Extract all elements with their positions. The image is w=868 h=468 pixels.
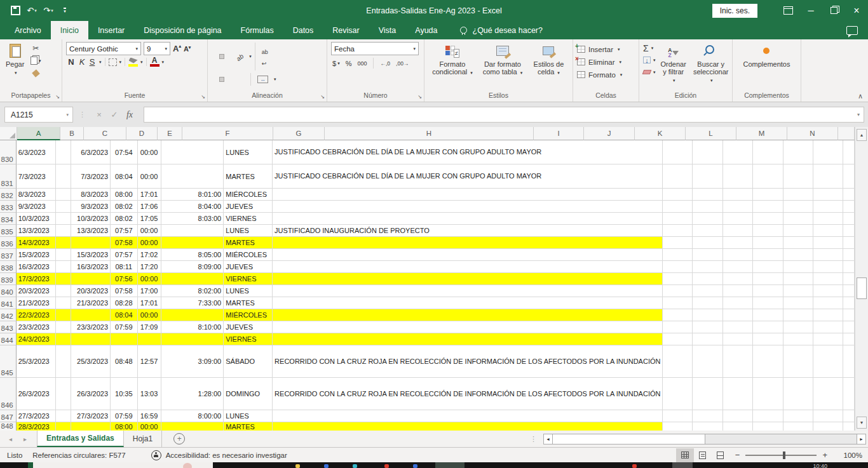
column-header-I[interactable]: I	[534, 127, 584, 140]
cell-L838[interactable]	[753, 261, 783, 273]
minimize-button[interactable]: ─	[799, 0, 822, 21]
cell-x843[interactable]	[843, 321, 855, 333]
cell-x844[interactable]	[843, 333, 855, 345]
cell-E845[interactable]: 12:57	[138, 345, 161, 378]
decrease-indent-button[interactable]	[233, 76, 240, 83]
cell-L835[interactable]	[753, 225, 783, 237]
cell-N847[interactable]	[813, 410, 843, 422]
cell-styles-button[interactable]: Estilos de celda ▾	[529, 42, 569, 77]
cell-B838[interactable]	[56, 261, 71, 273]
cell-K834[interactable]	[723, 213, 753, 225]
row-header-830[interactable]: 830	[0, 140, 17, 164]
wrap-text-button[interactable]: ab↩	[259, 42, 271, 71]
cell-I836[interactable]	[663, 237, 693, 249]
cell-B830[interactable]	[56, 140, 71, 164]
cell-H838[interactable]	[273, 261, 663, 273]
cell-L834[interactable]	[753, 213, 783, 225]
cell-N846[interactable]	[813, 378, 843, 410]
cell-A839[interactable]: 17/3/2023	[17, 273, 57, 285]
cell-F830[interactable]	[161, 140, 224, 164]
cell-H840[interactable]	[273, 285, 663, 297]
cell-H832[interactable]	[273, 189, 663, 201]
cell-L845[interactable]	[753, 345, 783, 378]
cell-K839[interactable]	[723, 273, 753, 285]
cell-B846[interactable]	[56, 378, 71, 410]
cell-E846[interactable]: 13:03	[138, 378, 161, 410]
cell-N833[interactable]	[813, 201, 843, 213]
paste-button[interactable]: Pegar▾	[4, 42, 26, 77]
cell-M841[interactable]	[783, 297, 813, 309]
cell-x847[interactable]	[843, 410, 855, 422]
cell-I837[interactable]	[663, 249, 693, 261]
cell-M840[interactable]	[783, 285, 813, 297]
cell-C834[interactable]: 10/3/2023	[71, 213, 111, 225]
zoom-slider-handle[interactable]	[783, 451, 785, 459]
horizontal-scroll-thumb[interactable]	[553, 434, 705, 444]
row-header-848[interactable]: 848	[0, 422, 17, 431]
cell-N839[interactable]	[813, 273, 843, 285]
cell-G832[interactable]: MIÉRCOLES	[224, 189, 273, 201]
cell-M832[interactable]	[783, 189, 813, 201]
cell-F834[interactable]: 8:03:00	[161, 213, 224, 225]
menu-tab-revisar[interactable]: Revisar	[323, 21, 369, 39]
cell-G848[interactable]: MARTES	[224, 422, 273, 431]
currency-format-button[interactable]: $▾	[331, 57, 341, 69]
cell-x845[interactable]	[843, 345, 855, 378]
cell-F844[interactable]	[161, 333, 224, 345]
cell-M844[interactable]	[783, 333, 813, 345]
cell-B842[interactable]	[56, 309, 71, 321]
cell-J832[interactable]	[693, 189, 722, 201]
cell-B835[interactable]	[56, 225, 71, 237]
row-header-846[interactable]: 846	[0, 378, 17, 410]
select-all-corner[interactable]	[0, 127, 17, 140]
cell-J848[interactable]	[693, 422, 722, 431]
font-color-button[interactable]: A	[150, 57, 159, 67]
cell-B848[interactable]	[56, 422, 71, 431]
cell-M839[interactable]	[783, 273, 813, 285]
cell-G831[interactable]: MARTES	[224, 164, 273, 189]
cell-L831[interactable]	[753, 164, 783, 189]
cell-D839[interactable]: 07:56	[111, 273, 138, 285]
cell-I831[interactable]	[663, 164, 693, 189]
confirm-entry-button[interactable]: ✓	[107, 110, 122, 119]
cell-K835[interactable]	[723, 225, 753, 237]
cell-C842[interactable]	[71, 309, 111, 321]
font-launcher[interactable]: ↘	[201, 95, 205, 100]
cell-C833[interactable]: 9/3/2023	[71, 201, 111, 213]
menu-tab-f-rmulas[interactable]: Fórmulas	[231, 21, 283, 39]
zoom-level[interactable]: 100%	[833, 451, 862, 459]
cell-L832[interactable]	[753, 189, 783, 201]
cell-J835[interactable]	[693, 225, 722, 237]
cell-G847[interactable]: LUNES	[224, 410, 273, 422]
cell-M838[interactable]	[783, 261, 813, 273]
cell-A846[interactable]: 26/3/2023	[17, 378, 57, 410]
cell-D831[interactable]: 08:04	[111, 164, 138, 189]
cell-I833[interactable]	[663, 201, 693, 213]
cell-H833[interactable]	[273, 201, 663, 213]
italic-button[interactable]: K	[78, 57, 86, 67]
cell-K846[interactable]	[723, 378, 753, 410]
cell-I830[interactable]	[663, 140, 693, 164]
cell-G846[interactable]: DOMINGO	[224, 378, 273, 410]
cell-K843[interactable]	[723, 321, 753, 333]
cell-D835[interactable]: 07:57	[111, 225, 138, 237]
merge-center-button[interactable]: ↔	[254, 72, 271, 86]
cell-G837[interactable]: MIÉRCOLES	[224, 249, 273, 261]
scrollbar-resize-handle[interactable]: ⋮	[530, 435, 537, 443]
cell-E848[interactable]: 00:00	[138, 422, 161, 431]
cell-G838[interactable]: JUEVES	[224, 261, 273, 273]
cell-C837[interactable]: 15/3/2023	[71, 249, 111, 261]
cell-K844[interactable]	[723, 333, 753, 345]
cell-K832[interactable]	[723, 189, 753, 201]
tell-me-box[interactable]: ¿Qué desea hacer?	[447, 21, 543, 39]
column-header-A[interactable]: A	[17, 127, 60, 140]
cell-C841[interactable]: 21/3/2023	[71, 297, 111, 309]
cell-F839[interactable]	[161, 273, 224, 285]
comment-icon[interactable]	[846, 26, 858, 35]
cell-D838[interactable]: 08:11	[111, 261, 138, 273]
cell-H847[interactable]	[273, 410, 663, 422]
cell-F833[interactable]: 8:04:00	[161, 201, 224, 213]
cell-D841[interactable]: 08:28	[111, 297, 138, 309]
cell-H834[interactable]	[273, 213, 663, 225]
sheet-nav-left-icon[interactable]: ◂	[9, 436, 12, 443]
